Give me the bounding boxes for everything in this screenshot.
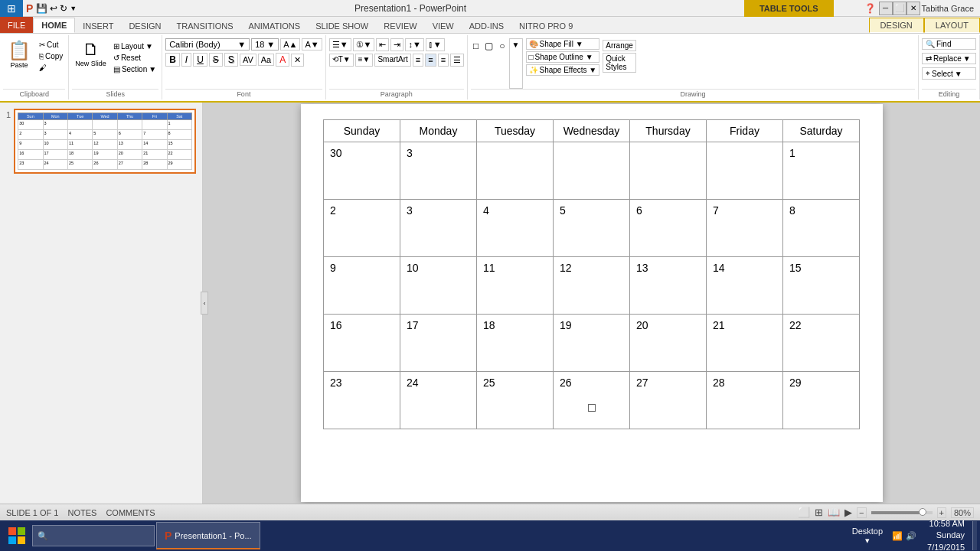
redo-icon[interactable]: ↻: [60, 3, 67, 14]
calendar-cell[interactable]: 3: [400, 142, 477, 200]
calendar-cell[interactable]: 17: [400, 315, 477, 372]
strikethrough-button[interactable]: S: [209, 53, 223, 67]
decrease-font-button[interactable]: A▼: [302, 38, 322, 51]
calendar-cell[interactable]: 28: [707, 372, 783, 429]
start-button[interactable]: [3, 521, 31, 550]
calendar-cell[interactable]: 19: [554, 315, 630, 372]
bullets-button[interactable]: ☰▼: [329, 38, 351, 51]
italic-button[interactable]: I: [181, 53, 191, 67]
calendar-cell[interactable]: 6: [630, 200, 707, 257]
calendar-cell[interactable]: [477, 142, 554, 200]
zoom-level[interactable]: 80%: [951, 507, 974, 518]
slide-show-tab[interactable]: SLIDE SHOW: [308, 19, 376, 33]
align-right-button[interactable]: ≡: [438, 54, 449, 67]
calendar-cell[interactable]: 1: [783, 142, 860, 200]
calendar-cell[interactable]: 2: [324, 200, 400, 257]
calendar-cell[interactable]: 11: [477, 257, 554, 315]
show-desktop-button[interactable]: [972, 521, 977, 550]
calendar-cell[interactable]: 16: [324, 315, 400, 372]
text-direction-button[interactable]: ⟲T▼: [329, 54, 354, 67]
table-resize-handle[interactable]: [588, 404, 596, 412]
calendar-cell[interactable]: 30: [324, 142, 400, 200]
zoom-out-button[interactable]: −: [857, 507, 866, 518]
slide-sorter-button[interactable]: ⊞: [815, 507, 823, 518]
zoom-in-button[interactable]: +: [937, 507, 946, 518]
rounded-rect-button[interactable]: ▢: [482, 38, 495, 89]
justify-button[interactable]: ☰: [450, 54, 464, 67]
table-design-tab[interactable]: DESIGN: [869, 18, 924, 33]
slide-thumbnail[interactable]: Sun Mon Tue Wed Thu Fri Sat 30 3: [14, 109, 196, 174]
file-tab[interactable]: FILE: [0, 17, 33, 33]
select-button[interactable]: ⌖Select ▼: [922, 67, 976, 80]
calendar-cell[interactable]: 9: [324, 257, 400, 315]
rectangle-shape-button[interactable]: □: [471, 38, 481, 89]
calendar-cell[interactable]: 27: [630, 372, 707, 429]
cut-button[interactable]: ✂ Cut: [37, 40, 65, 50]
format-painter-button[interactable]: 🖌: [37, 63, 65, 73]
calendar-cell[interactable]: 14: [707, 257, 783, 315]
add-ins-tab[interactable]: ADD-INS: [462, 19, 511, 33]
line-spacing-button[interactable]: ↕▼: [405, 38, 423, 51]
slide-content[interactable]: Sunday Monday Tuesday Wednesday Thursday…: [301, 104, 883, 502]
design-tab[interactable]: DESIGN: [121, 19, 168, 33]
find-button[interactable]: 🔍Find: [922, 38, 976, 50]
reading-view-button[interactable]: 📖: [828, 507, 840, 518]
font-color-button[interactable]: A: [276, 53, 289, 67]
notes-button[interactable]: NOTES: [67, 508, 96, 517]
save-icon[interactable]: 💾: [36, 3, 47, 14]
align-left-button[interactable]: ≡: [413, 54, 423, 67]
normal-view-button[interactable]: ⬜: [798, 507, 810, 518]
calendar-cell[interactable]: 13: [630, 257, 707, 315]
calendar-cell[interactable]: [554, 142, 630, 200]
columns-button[interactable]: ⫿▼: [426, 38, 445, 51]
calendar-cell[interactable]: 8: [783, 200, 860, 257]
calendar-cell[interactable]: 20: [630, 315, 707, 372]
calendar-cell[interactable]: [707, 142, 783, 200]
shadow-button[interactable]: S: [224, 53, 238, 67]
restore-button[interactable]: ⬜: [893, 2, 906, 15]
font-size-box[interactable]: 18 ▼: [251, 38, 279, 51]
customize-qat-icon[interactable]: ▼: [70, 5, 77, 12]
desktop-label[interactable]: Desktop ▾: [848, 527, 887, 546]
shape-fill-button[interactable]: 🎨 Shape Fill ▼: [526, 38, 600, 50]
calendar-cell[interactable]: 3: [400, 200, 477, 257]
comments-button[interactable]: COMMENTS: [106, 508, 155, 517]
zoom-slider[interactable]: [871, 511, 933, 514]
replace-button[interactable]: ⇄Replace ▼: [922, 53, 976, 64]
shapes-more-button[interactable]: ▼: [509, 38, 523, 89]
char-spacing-button[interactable]: AV: [240, 54, 256, 66]
oval-button[interactable]: ○: [497, 38, 507, 89]
minimize-button[interactable]: ─: [879, 2, 893, 15]
calendar-cell[interactable]: 23: [324, 372, 400, 429]
shape-effects-button[interactable]: ✨ Shape Effects ▼: [526, 64, 600, 76]
calendar-cell[interactable]: 22: [783, 315, 860, 372]
calendar-cell[interactable]: 25: [477, 372, 554, 429]
network-icon[interactable]: 📶: [892, 531, 903, 541]
font-name-box[interactable]: Calibri (Body) ▼: [165, 38, 250, 51]
layout-button[interactable]: ⊞Layout ▼: [111, 41, 158, 51]
search-box[interactable]: 🔍: [32, 525, 155, 546]
bold-button[interactable]: B: [165, 53, 180, 67]
calendar-cell[interactable]: 7: [707, 200, 783, 257]
copy-button[interactable]: ⎘ Copy: [37, 51, 65, 61]
increase-font-button[interactable]: A▲: [280, 38, 300, 51]
help-icon[interactable]: ❓: [864, 3, 876, 14]
reset-button[interactable]: ↺Reset: [111, 53, 158, 63]
convert-smartart-button[interactable]: SmartArt: [374, 54, 410, 67]
animations-tab[interactable]: ANIMATIONS: [241, 19, 309, 33]
undo-icon[interactable]: ↩: [50, 3, 57, 14]
increase-indent-button[interactable]: ⇥: [390, 38, 403, 51]
paste-button[interactable]: 📋 Paste: [3, 38, 35, 70]
calendar-cell[interactable]: 24: [400, 372, 477, 429]
quick-styles-button[interactable]: QuickStyles: [603, 53, 636, 73]
slideshow-button[interactable]: ▶: [844, 507, 852, 518]
decrease-indent-button[interactable]: ⇤: [376, 38, 389, 51]
calendar-cell[interactable]: 10: [400, 257, 477, 315]
view-tab[interactable]: VIEW: [425, 19, 462, 33]
transitions-tab[interactable]: TRANSITIONS: [169, 19, 241, 33]
panel-collapse-handle[interactable]: ‹: [201, 292, 208, 315]
volume-icon[interactable]: 🔊: [906, 531, 916, 541]
calendar-cell[interactable]: 4: [477, 200, 554, 257]
underline-button[interactable]: U: [193, 53, 207, 67]
taskbar-clock[interactable]: 10:58 AM Sunday 7/19/2015: [921, 518, 971, 551]
